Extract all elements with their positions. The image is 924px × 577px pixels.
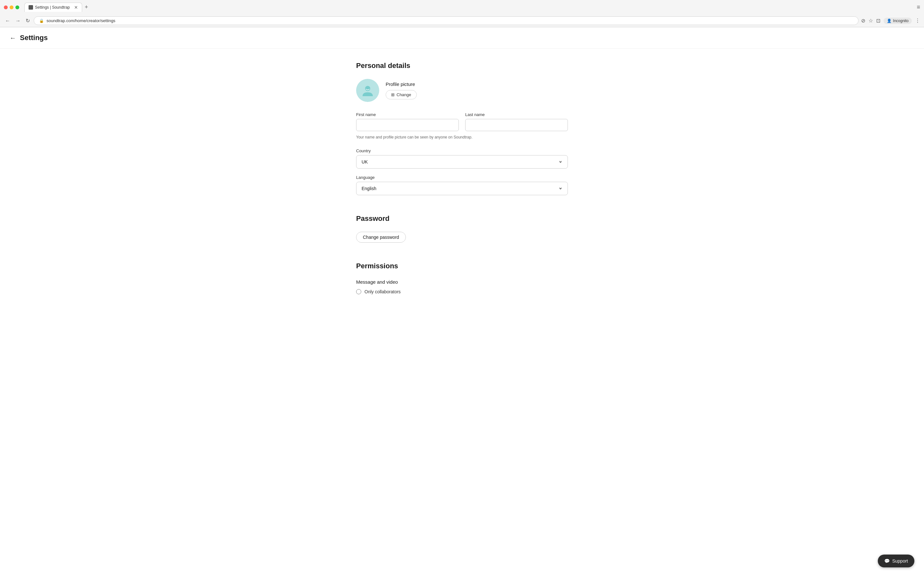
avatar [356, 79, 379, 102]
tab-close-button[interactable]: ✕ [74, 5, 78, 10]
password-section: Password Change password [356, 214, 568, 243]
minimize-window-button[interactable] [10, 5, 13, 9]
country-group: Country UK US Canada Australia Germany F… [356, 148, 568, 169]
back-arrow-link[interactable]: ← [10, 34, 16, 42]
tab-list-icon[interactable]: ≡ [917, 4, 920, 11]
forward-nav-button[interactable]: → [14, 17, 22, 25]
settings-container: Personal details Profile picture ⊞ [350, 49, 574, 320]
back-nav-button[interactable]: ← [4, 17, 11, 25]
maximize-window-button[interactable] [15, 5, 19, 9]
incognito-badge: 👤 Incognito [884, 18, 912, 24]
country-select[interactable]: UK US Canada Australia Germany France [356, 155, 568, 169]
camera-off-icon[interactable]: ⊘ [861, 18, 865, 24]
support-button[interactable]: 💬 Support [878, 554, 914, 567]
change-picture-icon: ⊞ [391, 92, 395, 97]
last-name-label: Last name [465, 112, 568, 117]
last-name-group: Last name [465, 112, 568, 131]
first-name-input[interactable] [356, 119, 459, 131]
profile-picture-label: Profile picture [386, 81, 417, 87]
avatar-svg [361, 84, 374, 97]
reload-button[interactable]: ↻ [24, 16, 31, 25]
first-name-group: First name [356, 112, 459, 131]
split-view-icon[interactable]: ⊡ [876, 18, 880, 24]
more-options-icon[interactable]: ⋮ [915, 18, 920, 24]
incognito-avatar-icon: 👤 [887, 19, 892, 23]
name-fields: First name Last name [356, 112, 568, 131]
permissions-title: Permissions [356, 262, 568, 270]
personal-details-title: Personal details [356, 61, 568, 70]
svg-point-0 [365, 86, 370, 91]
change-picture-button[interactable]: ⊞ Change [386, 90, 417, 99]
message-and-video-label: Message and video [356, 279, 568, 285]
language-select[interactable]: English Spanish French German Italian Po… [356, 182, 568, 195]
name-hint: Your name and profile picture can be see… [356, 135, 568, 139]
language-label: Language [356, 175, 568, 180]
profile-picture-info: Profile picture ⊞ Change [386, 81, 417, 99]
browser-titlebar: Settings | Soundtrap ✕ + ≡ [0, 0, 924, 15]
address-bar-row: ← → ↻ 🔒 soundtrap.com/home/creator/setti… [0, 15, 924, 27]
first-name-label: First name [356, 112, 459, 117]
tab-bar: Settings | Soundtrap ✕ + ≡ [24, 3, 920, 12]
change-password-button[interactable]: Change password [356, 232, 406, 243]
change-picture-label: Change [397, 92, 411, 97]
url-text: soundtrap.com/home/creator/settings [47, 18, 115, 23]
personal-details-section: Personal details Profile picture ⊞ [356, 61, 568, 195]
tab-title-text: Settings | Soundtrap [35, 5, 72, 10]
support-icon: 💬 [884, 558, 890, 564]
permissions-section: Permissions Message and video Only colla… [356, 262, 568, 294]
only-collaborators-option: Only collaborators [356, 289, 568, 294]
incognito-label: Incognito [893, 19, 909, 23]
active-tab[interactable]: Settings | Soundtrap ✕ [24, 3, 82, 12]
ssl-lock-icon: 🔒 [39, 19, 44, 23]
page-content: ← Settings Personal details Profi [0, 27, 924, 577]
profile-picture-row: Profile picture ⊞ Change [356, 79, 568, 102]
password-title: Password [356, 214, 568, 223]
only-collaborators-radio-label: Only collaborators [365, 289, 401, 294]
country-label: Country [356, 148, 568, 153]
last-name-input[interactable] [465, 119, 568, 131]
language-group: Language English Spanish French German I… [356, 175, 568, 195]
support-label: Support [892, 558, 908, 564]
page-title: Settings [20, 34, 48, 42]
traffic-lights [4, 5, 19, 9]
toolbar-icons: ⊘ ☆ ⊡ 👤 Incognito ⋮ [861, 18, 920, 24]
bookmark-icon[interactable]: ☆ [869, 18, 873, 24]
close-window-button[interactable] [4, 5, 8, 9]
new-tab-button[interactable]: + [82, 3, 91, 12]
page-header: ← Settings [0, 27, 924, 49]
address-bar[interactable]: 🔒 soundtrap.com/home/creator/settings [34, 16, 859, 25]
browser-chrome: Settings | Soundtrap ✕ + ≡ ← → ↻ 🔒 sound… [0, 0, 924, 27]
tab-favicon [29, 5, 33, 10]
only-collaborators-radio[interactable] [356, 289, 361, 294]
